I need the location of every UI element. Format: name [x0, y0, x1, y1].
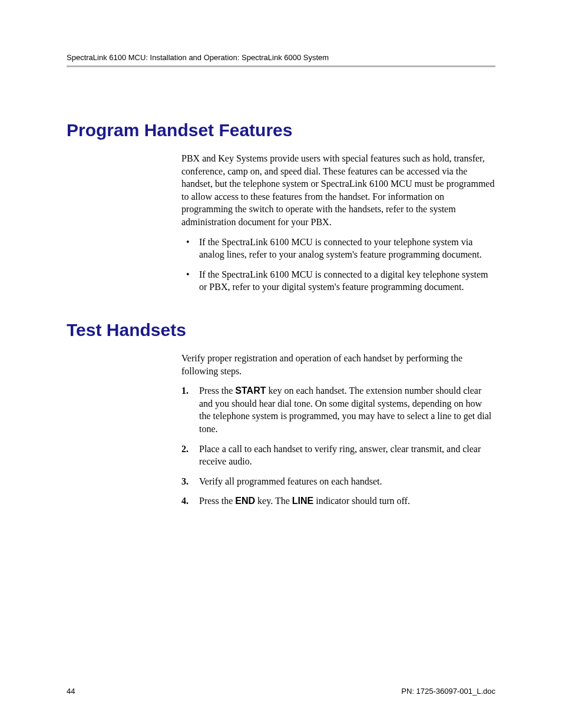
program-bullets: If the SpectraLink 6100 MCU is connected…: [181, 236, 495, 294]
step-item: 3. Verify all programmed features on eac…: [181, 475, 495, 488]
test-steps: 1. Press the START key on each handset. …: [181, 384, 495, 508]
part-number: PN: 1725-36097-001_L.doc: [401, 687, 495, 696]
footer: 44 PN: 1725-36097-001_L.doc: [67, 687, 495, 696]
step-item: 4. Press the END key. The LINE indicator…: [181, 495, 495, 508]
step-item: 1. Press the START key on each handset. …: [181, 384, 495, 435]
test-body: Verify proper registration and operation…: [181, 352, 495, 508]
test-intro: Verify proper registration and operation…: [181, 352, 495, 377]
page: SpectraLink 6100 MCU: Installation and O…: [0, 0, 562, 508]
heading-program-handset-features: Program Handset Features: [67, 120, 495, 140]
step-text: Place a call to each handset to verify r…: [199, 444, 481, 467]
step-text-mid: key. The: [255, 496, 292, 506]
step-number: 4.: [181, 495, 189, 508]
step-text-pre: Press the: [199, 496, 235, 506]
step-text-pre: Press the: [199, 386, 235, 396]
heading-test-handsets: Test Handsets: [67, 320, 495, 340]
running-header: SpectraLink 6100 MCU: Installation and O…: [67, 53, 495, 67]
keycap-end: END: [235, 496, 255, 506]
bullet-item: If the SpectraLink 6100 MCU is connected…: [181, 236, 495, 261]
page-number: 44: [67, 687, 75, 696]
step-text: Verify all programmed features on each h…: [199, 476, 382, 486]
section-test-handsets: Test Handsets Verify proper registration…: [67, 320, 495, 508]
step-number: 1.: [181, 384, 189, 397]
program-body: PBX and Key Systems provide users with s…: [181, 152, 495, 294]
step-number: 2.: [181, 443, 189, 456]
program-intro: PBX and Key Systems provide users with s…: [181, 152, 495, 229]
step-item: 2. Place a call to each handset to verif…: [181, 443, 495, 468]
keycap-start: START: [235, 386, 266, 396]
step-number: 3.: [181, 475, 189, 488]
header-text: SpectraLink 6100 MCU: Installation and O…: [67, 53, 329, 62]
keycap-line: LINE: [292, 496, 313, 506]
step-text-post: indicator should turn off.: [313, 496, 410, 506]
bullet-item: If the SpectraLink 6100 MCU is connected…: [181, 268, 495, 294]
